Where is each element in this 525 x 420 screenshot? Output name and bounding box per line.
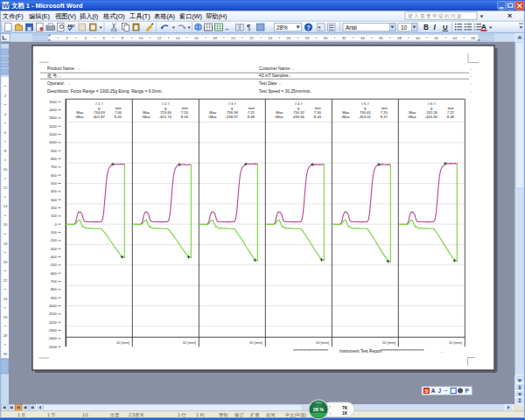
svg-text:1400: 1400 [49,108,58,112]
svg-text:Max: Max [276,110,284,115]
svg-text:Customer Name:: Customer Name: [259,66,290,71]
svg-text:←: ← [289,74,292,78]
svg-text:14: 14 [4,204,8,208]
svg-text:1200: 1200 [49,124,58,129]
svg-text:**************************: ************************** [381,349,424,354]
svg-text:43 mT Samples:: 43 mT Samples: [259,74,290,78]
svg-text:16: 16 [194,36,199,40]
svg-text:28: 28 [4,333,8,338]
svg-text:-438.97: -438.97 [226,115,239,119]
svg-text:修订: 修订 [234,412,244,417]
svg-text:-600: -600 [50,271,58,276]
svg-text:10 [mm]: 10 [mm] [316,340,329,345]
svg-text:Max: Max [342,110,350,115]
svg-text:×: × [508,11,512,20]
svg-text:文件(F): 文件(F) [3,12,24,20]
svg-text:-454.01: -454.01 [359,115,372,119]
svg-text:窗口(W): 窗口(W) [179,12,202,20]
svg-text:-1400: -1400 [48,336,58,340]
svg-text:7.30: 7.30 [314,110,322,115]
svg-text:30: 30 [4,352,8,356]
svg-text:←: ← [59,74,62,78]
svg-text:1 页: 1 页 [18,412,26,417]
svg-text:20: 20 [231,36,235,40]
svg-text:300: 300 [51,198,57,202]
svg-text:↑: ↑ [329,404,332,410]
svg-text:44: 44 [452,36,457,40]
svg-text:视图(V): 视图(V) [55,12,76,20]
svg-text:Max: Max [409,110,416,115]
svg-text:←: ← [308,89,312,94]
svg-text:-1100: -1100 [48,312,58,316]
svg-text:36: 36 [379,36,383,40]
svg-text:←: ← [279,81,283,86]
svg-text:400: 400 [51,189,57,193]
svg-text:736.58: 736.58 [227,110,238,115]
svg-text:100: 100 [51,214,57,218]
svg-text:Max: Max [143,110,150,115]
svg-text:-1300: -1300 [48,328,58,332]
svg-text:46: 46 [471,36,475,40]
svg-text:P: P [466,388,470,394]
svg-text:rMax: rMax [275,115,284,119]
svg-text:12: 12 [158,36,162,40]
svg-text:1300: 1300 [49,116,58,120]
svg-text:Product Name:: Product Name: [47,66,75,71]
svg-text:-1200: -1200 [48,320,58,325]
svg-text:-200: -200 [50,238,58,242]
svg-text:26: 26 [4,315,8,319]
svg-text:-436.56: -436.56 [292,115,305,119]
svg-text:改写: 改写 [266,412,275,417]
svg-text:30: 30 [324,36,328,40]
svg-text:# 6 #: # 6 # [428,102,437,106]
svg-text:Arial: Arial [346,24,357,31]
svg-text:10: 10 [139,36,144,40]
svg-text:1 节: 1 节 [47,412,56,417]
svg-text:键入需要帮助的问题: 键入需要帮助的问题 [408,13,463,19]
svg-text:# 3 #: # 3 # [228,102,237,106]
svg-text:1/1: 1/1 [82,412,88,417]
svg-text:1 行: 1 行 [178,412,186,417]
svg-text:Instrument Test Report: Instrument Test Report [340,349,382,354]
svg-text:帮助(H): 帮助(H) [206,12,227,20]
svg-text:~: ~ [444,388,448,394]
svg-text:¶: ¶ [247,23,251,32]
svg-text:?: ? [306,24,310,31]
svg-text:中文(中国): 中文(中国) [285,412,306,417]
svg-text:24: 24 [4,297,8,301]
svg-text:# 1 #: # 1 # [95,102,104,106]
svg-text:-500: -500 [50,262,58,267]
svg-text:文档 1 - Microsoft Word: 文档 1 - Microsoft Word [11,2,83,10]
svg-text:-100: -100 [50,230,58,234]
svg-text:200: 200 [51,206,57,210]
svg-text:A: A [481,23,486,31]
svg-text:42: 42 [434,36,438,40]
svg-text:rMax: rMax [142,115,150,119]
svg-text:10 [mm]: 10 [mm] [116,340,130,345]
svg-text:工具(T): 工具(T) [130,12,150,20]
svg-text:Describtion: Force Range = 1: Describtion: Force Range = 1000.25g Elon… [47,89,161,94]
svg-text:..: .. [226,24,229,31]
svg-text:-1000: -1000 [48,304,58,308]
svg-text:插入(I): 插入(I) [80,12,98,20]
svg-text:800: 800 [51,157,57,161]
svg-text:J: J [438,388,442,394]
svg-text:7.24: 7.24 [181,110,189,115]
svg-text:-300: -300 [50,247,58,251]
svg-text:1000: 1000 [49,140,58,144]
svg-text:S: S [424,388,428,394]
svg-text:8.43: 8.43 [314,115,322,119]
svg-text:18: 18 [4,242,8,246]
svg-text:rMax: rMax [341,115,350,119]
svg-text:500: 500 [51,181,57,186]
svg-text:729.40: 729.40 [160,110,172,115]
svg-text:18: 18 [213,36,217,40]
svg-text:格式(O): 格式(O) [102,12,125,20]
svg-text:22: 22 [4,278,8,283]
svg-text:-445.90: -445.90 [425,115,438,119]
svg-text:20: 20 [4,260,8,264]
svg-text:10: 10 [4,167,8,172]
svg-text:1K: 1K [342,411,348,416]
svg-text:# 4 #: # 4 # [295,102,304,106]
svg-text:←: ← [67,81,71,86]
